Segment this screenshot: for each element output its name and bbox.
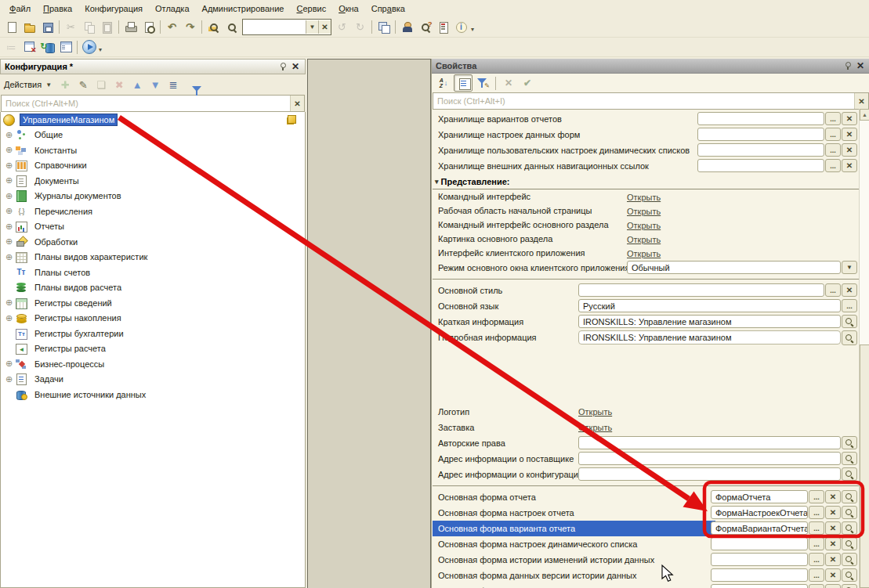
property-label[interactable]: Рабочая область начальной страницы xyxy=(433,204,632,218)
property-label[interactable]: Адрес информации о поставщике xyxy=(433,451,583,467)
property-label[interactable]: Основная форма истории изменений истории… xyxy=(433,552,715,568)
magnifier-button[interactable] xyxy=(842,452,857,465)
clear-button[interactable]: ✕ xyxy=(825,537,841,550)
ellipsis-button[interactable]: ... xyxy=(825,159,841,172)
dropdown-button[interactable]: ▼ xyxy=(842,261,857,274)
move-down-button[interactable]: ▼ xyxy=(147,79,163,91)
expand-icon[interactable]: ⊕ xyxy=(3,237,15,246)
expand-icon[interactable]: ⊕ xyxy=(3,146,15,154)
close-panel-button[interactable]: ✕ xyxy=(855,60,866,71)
ellipsis-button[interactable]: ... xyxy=(825,283,841,297)
ellipsis-button[interactable]: ... xyxy=(809,584,824,588)
menu-item-Справка[interactable]: Справка xyxy=(365,2,411,16)
value-field[interactable]: ФормаНастроекОтчета xyxy=(711,506,808,519)
value-field[interactable] xyxy=(697,159,824,172)
magnifier-button[interactable] xyxy=(842,490,857,503)
value-field[interactable]: IRONSKILLS: Управление магазином xyxy=(578,330,841,345)
open-link[interactable]: Открыть xyxy=(627,249,661,258)
tree-item-documents[interactable]: ⊕Документы xyxy=(1,173,305,189)
property-label[interactable]: Хранилище пользовательских настроек дина… xyxy=(433,142,702,158)
property-label[interactable]: Основная форма отчета xyxy=(433,489,715,505)
show-categories-button[interactable] xyxy=(454,74,473,92)
ellipsis-button[interactable]: ... xyxy=(825,143,841,157)
value-field[interactable] xyxy=(697,143,824,157)
tree-item-common-group[interactable]: ⊕Общие xyxy=(1,128,305,143)
clear-button[interactable]: ✕ xyxy=(842,159,857,172)
ellipsis-button[interactable]: ... xyxy=(809,553,824,566)
open-link[interactable]: Открыть xyxy=(627,207,661,216)
open-link[interactable]: Открыть xyxy=(578,407,612,417)
properties-scrollbar[interactable]: ▲ xyxy=(859,109,869,588)
tree-item-calc-types[interactable]: Планы видов расчета xyxy=(1,280,305,296)
collapse-icon[interactable]: ▾ xyxy=(435,178,439,186)
configurator-mode-button[interactable] xyxy=(398,19,416,35)
cut-button[interactable] xyxy=(62,19,80,35)
property-label[interactable]: Основная форма варианта отчета xyxy=(433,521,715,536)
ellipsis-button[interactable]: ... xyxy=(825,128,841,141)
expand-icon[interactable]: ⊕ xyxy=(3,375,15,384)
scrollbar-thumb[interactable] xyxy=(860,345,869,588)
expand-icon[interactable]: ⊕ xyxy=(3,176,15,185)
select-field[interactable]: Обычный xyxy=(627,261,841,274)
menu-item-Отладка[interactable]: Отладка xyxy=(149,2,195,16)
tree-item-data-processors[interactable]: ⊕Обработки xyxy=(1,234,305,250)
ellipsis-button[interactable]: ... xyxy=(809,537,824,550)
global-search-button[interactable] xyxy=(223,19,241,35)
magnifier-button[interactable] xyxy=(842,467,857,481)
value-field[interactable]: Русский xyxy=(578,299,841,312)
tree-item-catalogs[interactable]: ⊕Справочники xyxy=(1,158,305,174)
scroll-up-icon[interactable]: ▲ xyxy=(860,109,869,121)
value-field[interactable] xyxy=(697,112,824,125)
new-document-button[interactable] xyxy=(2,19,20,35)
tree-item-configuration-root[interactable]: УправлениеМагазином xyxy=(1,112,305,128)
open-link[interactable]: Открыть xyxy=(627,221,661,230)
magnifier-button[interactable] xyxy=(842,537,857,550)
tree-item-document-journals[interactable]: ⊕Журналы документов xyxy=(1,189,305,204)
clear-button[interactable]: ✕ xyxy=(842,283,857,297)
expand-icon[interactable]: ⊕ xyxy=(3,131,15,139)
open-link[interactable]: Открыть xyxy=(578,423,612,432)
open-link[interactable]: Открыть xyxy=(627,235,661,244)
about-button[interactable] xyxy=(452,19,470,35)
tree-item-tasks[interactable]: ⊕Задачи xyxy=(1,372,305,388)
value-field[interactable]: ФормаВариантаОтчета xyxy=(711,521,808,535)
config-search-input[interactable] xyxy=(2,96,290,111)
tree-item-reports[interactable]: ⊕Отчеты xyxy=(1,219,305,235)
find-in-config-button[interactable] xyxy=(205,19,223,35)
ellipsis-button[interactable]: ... xyxy=(809,568,824,582)
print-preview-button[interactable] xyxy=(139,19,158,35)
menu-item-Файл[interactable]: Файл xyxy=(3,2,37,16)
menu-item-Правка[interactable]: Правка xyxy=(37,2,78,16)
toolbar-overflow-icon[interactable]: ▾ xyxy=(99,46,102,53)
expand-icon[interactable]: ⊕ xyxy=(3,222,15,231)
tree-item-business-processes[interactable]: ⊕Бизнес-процессы xyxy=(1,356,305,372)
syntax-check-button[interactable]: ? xyxy=(416,19,434,35)
property-label[interactable]: Режим основного окна клиентского приложе… xyxy=(433,260,632,276)
value-field[interactable] xyxy=(711,537,808,550)
open-windows-button[interactable] xyxy=(375,19,393,35)
close-config-window-button[interactable] xyxy=(20,39,38,56)
update-db-button[interactable] xyxy=(38,39,56,56)
property-label[interactable]: Краткая информация xyxy=(433,314,583,330)
tree-item-accum-registers[interactable]: ⊕Регистры накопления xyxy=(1,311,305,326)
clear-search-icon[interactable]: ✕ xyxy=(854,93,868,109)
value-field[interactable]: ФормаОтчета xyxy=(711,490,808,503)
magnifier-button[interactable] xyxy=(842,584,857,588)
edit-button[interactable]: ✎ xyxy=(75,79,91,91)
filter-properties-button[interactable]: ✎ xyxy=(474,75,491,91)
menu-item-Администрирование[interactable]: Администрирование xyxy=(196,2,291,16)
cancel-button[interactable]: ✕ xyxy=(500,75,517,91)
magnifier-button[interactable] xyxy=(842,315,857,328)
property-label[interactable]: Командный интерфейс xyxy=(433,189,632,204)
clear-button[interactable]: ✕ xyxy=(825,490,841,503)
property-label[interactable]: Основная форма xyxy=(433,583,715,588)
property-label[interactable]: Хранилище внешних данных навигационных с… xyxy=(433,158,702,174)
property-label[interactable]: Основная форма настроек динамического сп… xyxy=(433,536,715,552)
tree-item-external-ds[interactable]: Внешние источники данных xyxy=(1,387,305,402)
tree-item-constants[interactable]: ⊕Константы xyxy=(1,142,305,158)
clear-button[interactable]: ✕ xyxy=(825,568,841,582)
value-field[interactable]: IRONSKILLS: Управление магазином xyxy=(578,315,841,328)
clear-search-icon[interactable]: ✕ xyxy=(290,96,304,111)
paste-button[interactable] xyxy=(98,19,116,35)
property-label[interactable]: Логотип xyxy=(433,404,583,420)
